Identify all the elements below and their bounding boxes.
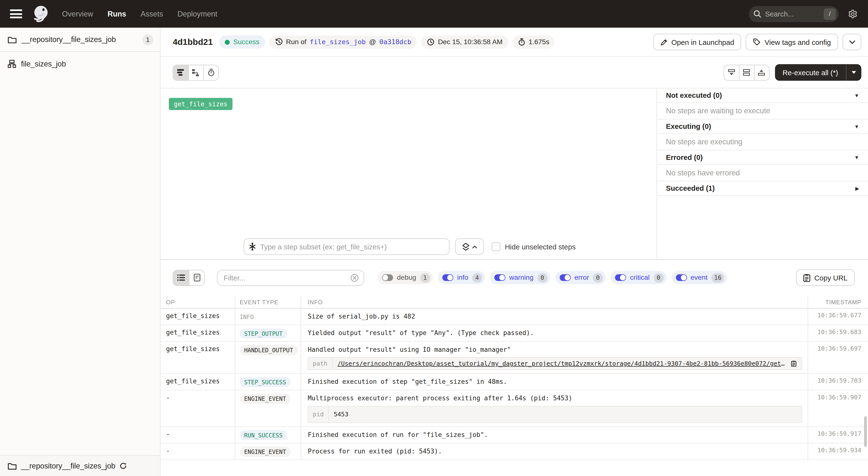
- table-row[interactable]: get_file_sizes STEP_OUTPUT Yielded outpu…: [160, 325, 868, 342]
- log-op: -: [160, 390, 235, 426]
- level-switch-icon[interactable]: [382, 274, 393, 281]
- log-event-type: INFO: [235, 309, 301, 325]
- level-label: event: [690, 274, 708, 281]
- hide-unselected-checkbox[interactable]: [492, 242, 500, 251]
- stopwatch-icon: [208, 69, 215, 76]
- level-switch-icon[interactable]: [560, 274, 571, 281]
- stopwatch-icon: [518, 38, 525, 46]
- log-level-toggle-error[interactable]: error 0: [555, 271, 606, 284]
- graph-query-toggle-button[interactable]: [455, 238, 484, 255]
- log-toolbar: debug 1 info 4 warning 0 error 0 critica…: [160, 260, 868, 295]
- run-id: 4d1bbd21: [173, 37, 213, 47]
- log-rows: get_file_sizes INFO Size of serial_job.p…: [160, 309, 868, 460]
- gantt-chart-canvas[interactable]: get_file_sizes: [160, 89, 656, 259]
- level-switch-icon[interactable]: [442, 274, 454, 281]
- log-info-text: Process for run exited (pid: 5453).: [308, 447, 802, 456]
- caret-down-icon: [851, 71, 857, 74]
- gantt-waterfall-view-button[interactable]: [188, 65, 203, 80]
- layers-icon: [462, 242, 469, 250]
- level-switch-icon[interactable]: [615, 274, 626, 281]
- reexecute-all-button[interactable]: Re-execute all (*): [775, 64, 862, 80]
- steps-section-header[interactable]: Executing (0) ▼: [657, 120, 868, 134]
- log-info-cell: Yielded output "result" of type "Any". (…: [301, 325, 808, 341]
- steps-section-header[interactable]: Not executed (0) ▼: [657, 89, 868, 103]
- panel-layout-toggle-group: [723, 65, 769, 80]
- gantt-waterfall-icon: [192, 69, 200, 76]
- level-switch-icon[interactable]: [494, 274, 505, 281]
- log-level-toggle-event[interactable]: event 16: [671, 271, 727, 284]
- copy-url-button[interactable]: Copy URL: [796, 269, 855, 286]
- snapshot-link[interactable]: 0a318dcb: [379, 38, 411, 46]
- steps-section-header[interactable]: Errored (0) ▼: [657, 150, 868, 165]
- nav-item-deployment[interactable]: Deployment: [178, 10, 217, 18]
- log-event-type: STEP_OUTPUT: [235, 325, 301, 341]
- repository-name: __repository__file_sizes_job: [22, 35, 142, 44]
- log-scrollbar-thumb[interactable]: [864, 416, 867, 447]
- log-info-text: Finished execution of step "get_file_siz…: [308, 377, 802, 386]
- panel-collapse-down-button[interactable]: [724, 65, 739, 80]
- hamburger-menu-icon[interactable]: [10, 9, 22, 18]
- status-dot: [225, 39, 230, 45]
- level-label: critical: [630, 274, 650, 281]
- col-header-info: INFO: [301, 295, 808, 308]
- sidebar-repository-item[interactable]: __repository__file_sizes_job 1: [0, 28, 160, 52]
- log-level-toggle-critical[interactable]: critical 0: [611, 271, 666, 284]
- log-info-cell: Process for run exited (pid: 5453).: [301, 443, 808, 460]
- gantt-timing-view-button[interactable]: [203, 65, 218, 80]
- log-level-toggle-info[interactable]: info 4: [438, 271, 485, 284]
- steps-section-header[interactable]: Succeeded (1) ▶: [657, 181, 868, 196]
- table-row[interactable]: get_file_sizes INFO Size of serial_job.p…: [160, 309, 868, 325]
- log-list-view-button[interactable]: [173, 270, 189, 285]
- clear-filter-icon[interactable]: [350, 273, 359, 282]
- table-row[interactable]: get_file_sizes HANDLED_OUTPUT Handled ou…: [160, 342, 868, 374]
- log-structured-view-button[interactable]: [189, 270, 204, 285]
- log-table: OP EVENT TYPE INFO TIMESTAMP get_file_si…: [160, 295, 868, 476]
- run-header-more-button[interactable]: [842, 34, 861, 50]
- reload-icon[interactable]: [120, 462, 127, 470]
- table-row[interactable]: - RUN_SUCCESS Finished execution of run …: [160, 427, 868, 443]
- sidebar-item-job[interactable]: file_sizes_job: [0, 52, 160, 75]
- structured-view-icon: [193, 274, 200, 281]
- search-input[interactable]: Search... /: [749, 6, 839, 22]
- table-row[interactable]: - ENGINE_EVENT Process for run exited (p…: [160, 443, 868, 460]
- hide-unselected-steps-control[interactable]: Hide unselected steps: [492, 242, 576, 251]
- nav-item-overview[interactable]: Overview: [62, 10, 93, 18]
- table-row[interactable]: - ENGINE_EVENT Multiprocess executor: pa…: [160, 390, 868, 427]
- log-level-toggle-warning[interactable]: warning 0: [490, 271, 550, 284]
- open-in-launchpad-button[interactable]: Open in Launchpad: [653, 34, 741, 50]
- level-count-badge: 0: [537, 273, 548, 282]
- nav-item-assets[interactable]: Assets: [141, 10, 163, 18]
- sidebar-footer-repository[interactable]: __repository__file_sizes_job: [0, 455, 160, 476]
- gear-icon[interactable]: [847, 8, 858, 19]
- log-filter-input[interactable]: [224, 273, 350, 282]
- metadata-value: /Users/erincochran/Desktop/asset_tutoria…: [333, 358, 802, 370]
- log-event-type: RUN_SUCCESS: [235, 427, 301, 443]
- log-level-filters: debug 1 info 4 warning 0 error 0 critica…: [377, 271, 727, 284]
- step-subset-input[interactable]: [260, 242, 444, 250]
- metadata-key: path: [308, 358, 333, 370]
- clipboard-icon[interactable]: [791, 360, 797, 367]
- gantt-flat-view-button[interactable]: [173, 65, 188, 80]
- log-op: get_file_sizes: [160, 309, 235, 325]
- reexecute-dropdown-button[interactable]: [846, 64, 862, 80]
- table-row[interactable]: get_file_sizes STEP_SUCCESS Finished exe…: [160, 374, 868, 390]
- panel-split-button[interactable]: [739, 65, 754, 80]
- level-label: error: [575, 274, 589, 281]
- log-timestamp: 10:36:59.917: [808, 427, 868, 443]
- level-switch-icon[interactable]: [676, 274, 687, 281]
- log-info-cell: Finished execution of step "get_file_siz…: [301, 374, 808, 390]
- view-tags-config-button[interactable]: View tags and config: [746, 34, 838, 50]
- log-info-cell: Finished execution of run for "file_size…: [301, 427, 808, 443]
- nav-item-runs[interactable]: Runs: [107, 10, 126, 18]
- log-op: get_file_sizes: [160, 374, 235, 390]
- op-node-get-file-sizes[interactable]: get_file_sizes: [169, 98, 232, 110]
- steps-section-title: Errored (0): [666, 153, 703, 161]
- log-info-text: Multiprocess executor: parent process ex…: [308, 394, 802, 403]
- job-link[interactable]: file_sizes_job: [310, 38, 366, 46]
- log-info-text: Size of serial_job.py is 482: [308, 312, 802, 321]
- section-caret-icon: ▶: [856, 185, 859, 191]
- log-level-toggle-debug[interactable]: debug 1: [377, 271, 433, 284]
- panel-expand-up-button[interactable]: [754, 65, 769, 80]
- dagster-logo-icon[interactable]: [31, 4, 50, 23]
- search-shortcut-key: /: [824, 8, 836, 20]
